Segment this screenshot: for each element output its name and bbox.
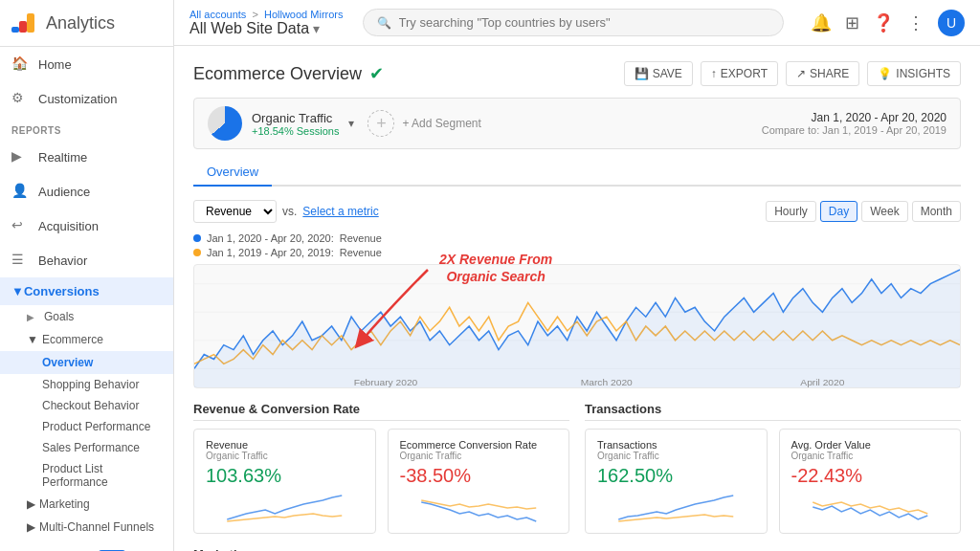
sidebar-item-product-performance[interactable]: Product Performance xyxy=(0,416,173,437)
sidebar-acquisition-label: Acquisition xyxy=(38,219,99,233)
insights-icon: 💡 xyxy=(878,67,892,80)
acquisition-icon: ↩ xyxy=(11,217,29,234)
help-icon[interactable]: ❓ xyxy=(873,12,894,33)
topnav: All accounts > Hollwood Mirrors All Web … xyxy=(174,0,980,46)
metric-card-transactions-subtitle: Organic Traffic xyxy=(597,451,755,461)
sidebar: Analytics 🏠 Home ⚙ Customization REPORTS… xyxy=(0,0,174,551)
mini-chart-conversion xyxy=(400,493,558,523)
mini-chart-revenue xyxy=(206,493,364,523)
transactions-section: Transactions Transactions Organic Traffi… xyxy=(585,402,961,534)
legend-metric-previous: Revenue xyxy=(340,247,382,258)
metric-card-revenue-title: Revenue xyxy=(206,439,364,451)
transactions-section-title: Transactions xyxy=(585,402,961,421)
revenue-section: Revenue & Conversion Rate Revenue Organi… xyxy=(193,402,569,534)
main-content: Ecommerce Overview ✔ 💾 SAVE ↑ EXPORT ↗ S… xyxy=(174,46,980,551)
sidebar-item-marketing[interactable]: ▶ Marketing xyxy=(0,493,173,516)
sidebar-behavior-label: Behavior xyxy=(38,253,87,268)
sidebar-home-label: Home xyxy=(38,57,72,72)
ecommerce-arrow: ▼ xyxy=(27,333,38,346)
metrics-container: Revenue & Conversion Rate Revenue Organi… xyxy=(193,402,961,534)
sidebar-item-sales-performance[interactable]: Sales Performance xyxy=(0,437,173,458)
date-range: Jan 1, 2020 - Apr 20, 2020 Compare to: J… xyxy=(762,111,947,136)
share-button[interactable]: ↗ SHARE xyxy=(786,61,859,86)
breadcrumb-all-accounts[interactable]: All accounts xyxy=(189,9,246,20)
segment-donut xyxy=(208,106,242,141)
metric-card-conversion-subtitle: Organic Traffic xyxy=(400,451,558,461)
sidebar-item-goals[interactable]: ▶ Goals xyxy=(0,305,173,328)
add-segment-btn[interactable]: + + Add Segment xyxy=(368,110,480,137)
search-input[interactable] xyxy=(399,15,769,30)
sidebar-realtime-label: Realtime xyxy=(38,150,87,165)
breadcrumb-account[interactable]: Hollwood Mirrors xyxy=(264,9,344,20)
vs-label: vs. xyxy=(282,205,297,218)
insights-button[interactable]: 💡 INSIGHTS xyxy=(867,61,961,86)
sidebar-item-ecommerce[interactable]: ▼ Ecommerce xyxy=(0,328,173,351)
segment-info: Organic Traffic +18.54% Sessions xyxy=(252,111,339,137)
marketing-section-title: Marketing xyxy=(193,547,961,551)
avatar[interactable]: U xyxy=(938,10,965,36)
breadcrumb: All accounts > Hollwood Mirrors xyxy=(189,9,344,20)
share-icon: ↗ xyxy=(796,67,806,80)
svg-text:April 2020: April 2020 xyxy=(800,377,845,387)
conversions-icon: ▼ xyxy=(11,284,24,298)
legend-dot-previous xyxy=(193,249,201,256)
transactions-metrics-row: Transactions Organic Traffic 162.50% Avg… xyxy=(585,429,961,534)
reports-section-label: REPORTS xyxy=(0,116,173,140)
segment-bar: Organic Traffic +18.54% Sessions ▾ + + A… xyxy=(193,98,961,149)
sidebar-item-product-list-performance[interactable]: Product List Performance xyxy=(0,458,173,493)
notifications-icon[interactable]: 🔔 xyxy=(811,12,832,33)
time-btn-hourly[interactable]: Hourly xyxy=(766,201,816,222)
tab-bar: Overview xyxy=(193,159,961,187)
sidebar-item-attribution[interactable]: ↗ Attribution BETA xyxy=(0,539,173,551)
legend-date-previous: Jan 1, 2019 - Apr 20, 2019: xyxy=(207,247,334,258)
sidebar-item-customization[interactable]: ⚙ Customization xyxy=(0,81,173,116)
sidebar-item-realtime[interactable]: ▶ Realtime xyxy=(0,140,173,174)
time-btn-month[interactable]: Month xyxy=(912,201,961,222)
apps-icon[interactable]: ⊞ xyxy=(845,12,859,33)
select-metric-link[interactable]: Select a metric xyxy=(302,205,378,218)
sidebar-marketing-label: Marketing xyxy=(39,497,90,511)
sidebar-multi-channel-label: Multi-Channel Funnels xyxy=(39,520,154,534)
sidebar-item-conversions[interactable]: ▼ Conversions xyxy=(0,277,173,305)
sidebar-item-multi-channel[interactable]: ▶ Multi-Channel Funnels xyxy=(0,516,173,539)
metric-value-avg-order: -22.43% xyxy=(791,465,949,487)
account-selector[interactable]: All Web Site Data ▾ xyxy=(189,20,336,37)
time-buttons: Hourly Day Week Month xyxy=(766,201,961,222)
legend-metric-current: Revenue xyxy=(340,232,382,244)
save-button[interactable]: 💾 SAVE xyxy=(624,61,693,86)
time-btn-day[interactable]: Day xyxy=(820,201,858,222)
more-options-icon[interactable]: ⋮ xyxy=(907,12,924,33)
sidebar-item-checkout-behavior[interactable]: Checkout Behavior xyxy=(0,395,173,416)
segment-sessions: +18.54% Sessions xyxy=(252,125,339,137)
export-button[interactable]: ↑ EXPORT xyxy=(701,61,778,86)
tab-overview[interactable]: Overview xyxy=(193,159,272,187)
chart-legend: Jan 1, 2020 - Apr 20, 2020: Revenue Jan … xyxy=(193,232,961,258)
svg-rect-0 xyxy=(27,13,34,33)
add-segment-label: + Add Segment xyxy=(402,117,480,130)
svg-text:February 2020: February 2020 xyxy=(354,377,418,387)
sidebar-item-behavior[interactable]: ☰ Behavior xyxy=(0,243,173,277)
legend-item-current: Jan 1, 2020 - Apr 20, 2020: Revenue xyxy=(193,232,961,244)
segment-dropdown-icon[interactable]: ▾ xyxy=(348,117,354,130)
metric-dropdown[interactable]: Revenue xyxy=(193,200,277,223)
revenue-section-title: Revenue & Conversion Rate xyxy=(193,402,569,421)
time-btn-week[interactable]: Week xyxy=(861,201,907,222)
sidebar-item-audience[interactable]: 👤 Audience xyxy=(0,174,173,209)
sidebar-item-shopping-behavior[interactable]: Shopping Behavior xyxy=(0,374,173,395)
export-icon: ↑ xyxy=(711,67,717,80)
search-bar[interactable]: 🔍 xyxy=(363,9,784,36)
app-title: Analytics xyxy=(46,13,115,33)
attribution-icon: ↗ xyxy=(11,547,29,551)
sidebar-customization-label: Customization xyxy=(38,92,117,106)
sidebar-item-overview[interactable]: Overview xyxy=(0,351,173,374)
sidebar-item-acquisition[interactable]: ↩ Acquisition xyxy=(0,209,173,243)
analytics-logo xyxy=(11,10,38,36)
sidebar-item-home[interactable]: 🏠 Home xyxy=(0,47,173,81)
home-icon: 🏠 xyxy=(11,55,29,73)
metric-card-conversion-title: Ecommerce Conversion Rate xyxy=(400,439,558,451)
add-segment-icon: + xyxy=(368,110,394,137)
sidebar-header: Analytics xyxy=(0,0,173,47)
page-header: Ecommerce Overview ✔ 💾 SAVE ↑ EXPORT ↗ S… xyxy=(193,61,961,86)
audience-icon: 👤 xyxy=(11,183,29,200)
metric-value-revenue: 103.63% xyxy=(206,465,364,487)
